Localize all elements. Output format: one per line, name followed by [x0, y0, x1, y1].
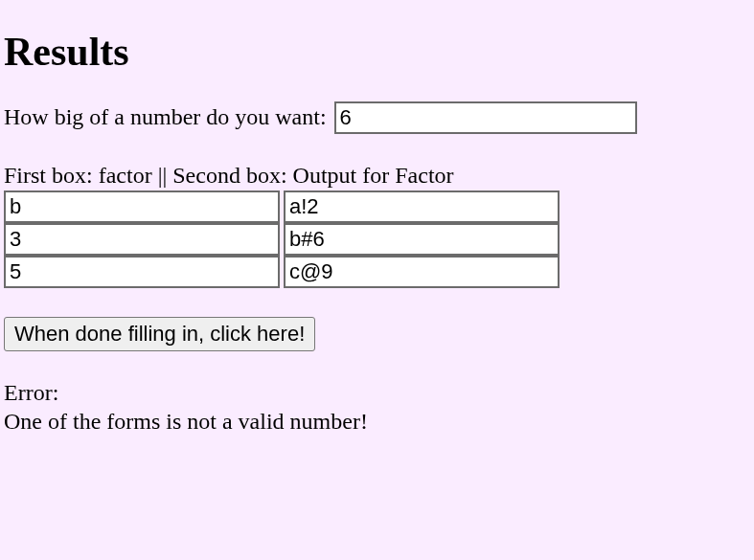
- size-input[interactable]: [334, 101, 637, 134]
- output-input-2[interactable]: [284, 256, 560, 288]
- error-label: Error:: [4, 378, 750, 407]
- submit-button[interactable]: When done filling in, click here!: [4, 317, 315, 351]
- error-message: One of the forms is not a valid number!: [4, 407, 750, 436]
- page-title: Results: [4, 29, 750, 75]
- output-input-0[interactable]: [284, 190, 560, 223]
- factor-input-1[interactable]: [4, 223, 280, 256]
- size-prompt-label: How big of a number do you want:: [4, 104, 332, 129]
- factor-input-2[interactable]: [4, 256, 280, 288]
- rows-hint-label: First box: factor || Second box: Output …: [4, 163, 750, 189]
- output-input-1[interactable]: [284, 223, 560, 256]
- factor-input-0[interactable]: [4, 190, 280, 223]
